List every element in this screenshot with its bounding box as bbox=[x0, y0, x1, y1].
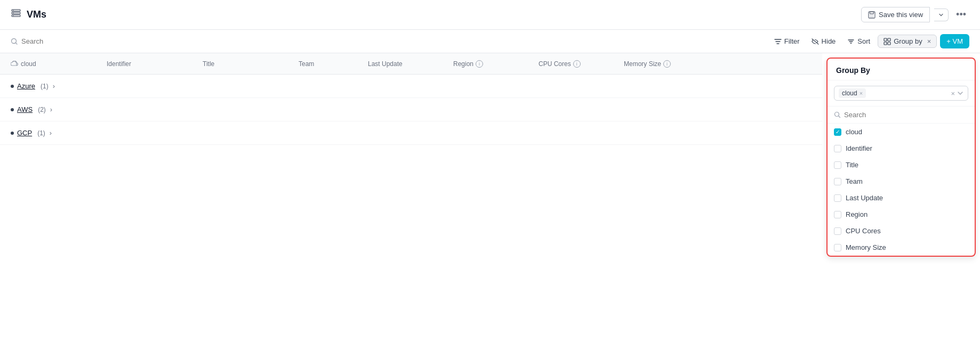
cpucores-checkbox[interactable] bbox=[834, 227, 841, 235]
add-vm-button[interactable]: + VM bbox=[940, 34, 969, 48]
title-checkbox[interactable] bbox=[834, 161, 841, 169]
panel-tag-row: cloud × × bbox=[828, 80, 975, 107]
aws-dot bbox=[11, 108, 14, 111]
groupby-panel: Group By cloud × × bbox=[826, 58, 976, 257]
gcp-count: (1) bbox=[37, 129, 45, 137]
groupby-button[interactable]: Group by × bbox=[878, 35, 937, 48]
save-view-label: Save this view bbox=[879, 11, 923, 19]
groupby-icon bbox=[883, 38, 891, 45]
panel-header: Group By bbox=[828, 59, 975, 80]
aws-count: (2) bbox=[38, 106, 46, 113]
toolbar-right: Filter Hide Sort bbox=[770, 34, 969, 48]
dropdown-item-lastupdate[interactable]: Last Update bbox=[828, 190, 975, 206]
team-checkbox[interactable] bbox=[834, 178, 841, 185]
page-title: VMs bbox=[27, 9, 46, 20]
dropdown-item-cpucores[interactable]: CPU Cores bbox=[828, 223, 975, 239]
row-aws: AWS (2) › bbox=[11, 105, 107, 113]
team-option-label: Team bbox=[846, 177, 863, 185]
memorysize-info-icon: i bbox=[663, 60, 671, 68]
table-header: cloud Identifier Title Team Last Update … bbox=[0, 53, 822, 75]
cloud-tag: cloud × bbox=[839, 88, 866, 98]
memorysize-option-label: Memory Size bbox=[846, 243, 886, 251]
memorysize-checkbox[interactable] bbox=[834, 244, 841, 251]
chevron-down-icon bbox=[938, 12, 944, 18]
svg-rect-11 bbox=[888, 38, 890, 41]
col-identifier-label: Identifier bbox=[107, 60, 131, 68]
region-checkbox[interactable] bbox=[834, 211, 841, 218]
search-container bbox=[11, 37, 85, 45]
azure-count: (1) bbox=[41, 83, 49, 90]
aws-chevron-icon[interactable]: › bbox=[50, 105, 52, 113]
toolbar: Filter Hide Sort bbox=[0, 30, 980, 53]
gcp-chevron-icon[interactable]: › bbox=[50, 129, 52, 137]
dropdown-item-team[interactable]: Team bbox=[828, 173, 975, 190]
gcp-link[interactable]: GCP bbox=[17, 129, 32, 137]
search-icon bbox=[11, 38, 18, 45]
save-icon bbox=[868, 11, 875, 19]
table-row: AWS (2) › bbox=[0, 98, 822, 121]
more-options-button[interactable]: ••• bbox=[953, 6, 969, 23]
col-title: Title bbox=[203, 60, 299, 68]
dots-icon: ••• bbox=[956, 9, 966, 20]
dropdown-item-cloud[interactable]: cloud bbox=[828, 124, 975, 140]
filter-icon bbox=[774, 38, 782, 45]
dropdown-item-identifier[interactable]: Identifier bbox=[828, 140, 975, 157]
lastupdate-checkbox[interactable] bbox=[834, 194, 841, 202]
save-view-button[interactable]: Save this view bbox=[861, 7, 930, 22]
lastupdate-option-label: Last Update bbox=[846, 194, 883, 202]
hide-icon bbox=[812, 38, 819, 45]
content-area: cloud Identifier Title Team Last Update … bbox=[0, 53, 980, 359]
add-vm-label: + VM bbox=[946, 37, 963, 45]
search-input[interactable] bbox=[21, 37, 85, 45]
col-region: Region i bbox=[453, 60, 539, 68]
dropdown-item-title[interactable]: Title bbox=[828, 157, 975, 173]
app-header: VMs Save this view ••• bbox=[0, 0, 980, 30]
row-azure: Azure (1) › bbox=[11, 82, 107, 90]
col-memorysize-label: Memory Size bbox=[624, 60, 661, 68]
toolbar-left bbox=[11, 37, 85, 45]
azure-link[interactable]: Azure bbox=[17, 82, 35, 90]
col-team-label: Team bbox=[299, 60, 314, 68]
table-row: GCP (1) › bbox=[0, 121, 822, 145]
hide-button[interactable]: Hide bbox=[807, 35, 840, 47]
azure-dot bbox=[11, 85, 14, 88]
dropdown-item-region[interactable]: Region bbox=[828, 206, 975, 223]
svg-rect-13 bbox=[888, 42, 890, 45]
tag-chevron-icon[interactable] bbox=[957, 90, 963, 96]
cloud-checkbox[interactable] bbox=[834, 128, 841, 136]
col-memorysize: Memory Size i bbox=[624, 60, 812, 68]
header-left: VMs bbox=[11, 8, 46, 21]
dropdown-search-input[interactable] bbox=[844, 111, 968, 119]
svg-point-3 bbox=[13, 10, 14, 11]
svg-point-14 bbox=[835, 112, 839, 117]
filter-label: Filter bbox=[784, 37, 800, 45]
cloud-option-label: cloud bbox=[846, 128, 862, 136]
region-info-icon: i bbox=[476, 60, 483, 68]
identifier-checkbox[interactable] bbox=[834, 145, 841, 152]
table-area: cloud Identifier Title Team Last Update … bbox=[0, 53, 822, 359]
svg-point-4 bbox=[13, 13, 14, 14]
tag-clear-icon[interactable]: × bbox=[951, 89, 955, 97]
sort-icon bbox=[847, 38, 855, 45]
row-gcp: GCP (1) › bbox=[11, 129, 107, 137]
col-identifier: Identifier bbox=[107, 60, 203, 68]
cpucores-option-label: CPU Cores bbox=[846, 227, 881, 235]
title-option-label: Title bbox=[846, 161, 858, 169]
identifier-option-label: Identifier bbox=[846, 144, 872, 152]
col-cpucores: CPU Cores i bbox=[539, 60, 624, 68]
cloud-tag-remove-icon[interactable]: × bbox=[859, 90, 863, 96]
dropdown-item-memorysize[interactable]: Memory Size bbox=[828, 239, 975, 256]
svg-rect-12 bbox=[884, 42, 887, 45]
sort-button[interactable]: Sort bbox=[843, 35, 874, 47]
region-option-label: Region bbox=[846, 210, 867, 218]
col-lastupdate: Last Update bbox=[368, 60, 453, 68]
save-chevron-button[interactable] bbox=[934, 9, 949, 21]
col-title-label: Title bbox=[203, 60, 214, 68]
panel-title: Group By bbox=[836, 66, 870, 75]
table-row: Azure (1) › bbox=[0, 75, 822, 98]
filter-button[interactable]: Filter bbox=[770, 35, 804, 47]
aws-link[interactable]: AWS bbox=[17, 105, 33, 113]
azure-chevron-icon[interactable]: › bbox=[53, 82, 55, 90]
vms-icon bbox=[11, 8, 21, 21]
groupby-close-icon[interactable]: × bbox=[927, 37, 931, 45]
